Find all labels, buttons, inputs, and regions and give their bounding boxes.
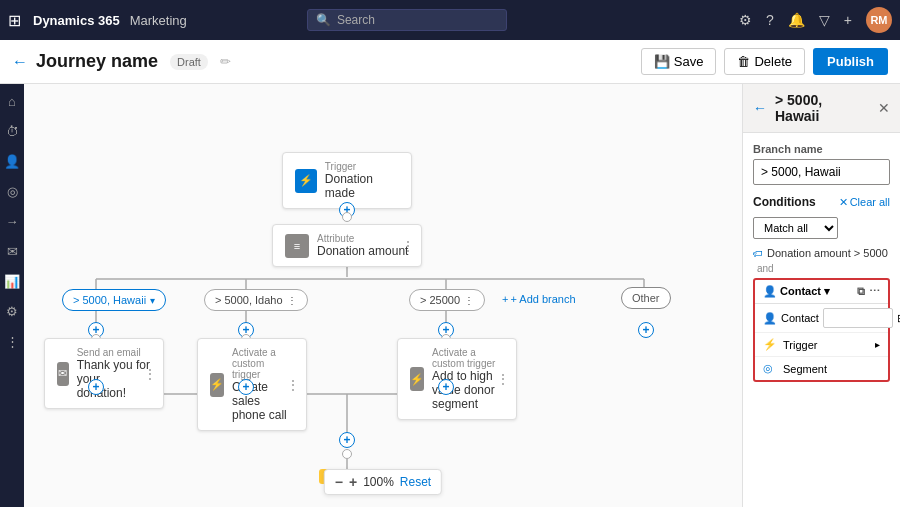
notifications-icon[interactable]: 🔔 bbox=[788, 12, 805, 28]
contact-label: Contact bbox=[780, 285, 821, 297]
clear-all-button[interactable]: ✕ Clear all bbox=[839, 196, 890, 209]
attribute-label: Attribute bbox=[317, 233, 408, 244]
action3-label: Activate a custom trigger bbox=[432, 347, 504, 369]
branch-hawaii[interactable]: > 5000, Hawaii ▾ bbox=[62, 289, 166, 311]
dropdown-header-icons: ⧉ ⋯ bbox=[857, 285, 880, 298]
panel-title: > 5000, Hawaii bbox=[775, 92, 870, 124]
contact-icon: 👤 bbox=[763, 285, 777, 297]
clear-icon: ✕ bbox=[839, 196, 848, 209]
branch-idaho-label: > 5000, Idaho bbox=[215, 294, 283, 306]
plus-exit[interactable]: + bbox=[339, 432, 355, 448]
sidebar-contacts-icon[interactable]: 👤 bbox=[1, 150, 23, 172]
settings-icon[interactable]: ⚙ bbox=[739, 12, 752, 28]
dropdown-segment-item[interactable]: ◎ Segment bbox=[755, 357, 888, 380]
main-canvas: ⚡ Trigger Donation made + ≡ Attribute Do… bbox=[24, 84, 742, 507]
sidebar-more-icon[interactable]: ⋮ bbox=[1, 330, 23, 352]
filter-icon[interactable]: ▽ bbox=[819, 12, 830, 28]
action-email-node[interactable]: ✉ Send an email Thank you for your donat… bbox=[44, 338, 164, 409]
sidebar-settings-icon[interactable]: ⚙ bbox=[1, 300, 23, 322]
delete-icon: 🗑 bbox=[737, 54, 750, 69]
dropdown-trigger-item[interactable]: ⚡ Trigger ▸ bbox=[755, 333, 888, 357]
second-bar: ← Journey name Draft ✏ 💾 Save 🗑 Delete P… bbox=[0, 40, 900, 84]
condition-row: 🏷 Donation amount > 5000 bbox=[753, 247, 890, 259]
action2-more-icon[interactable]: ⋮ bbox=[286, 377, 300, 393]
panel-back-button[interactable]: ← bbox=[753, 100, 767, 116]
branch-other[interactable]: Other bbox=[621, 287, 671, 309]
conditions-label: Conditions bbox=[753, 195, 816, 209]
add-branch-label: + Add branch bbox=[510, 293, 575, 305]
publish-button[interactable]: Publish bbox=[813, 48, 888, 75]
attribute-sublabel: Donation amount bbox=[317, 244, 408, 258]
zoom-in-button[interactable]: + bbox=[349, 474, 357, 490]
dropdown-segment-icon: ◎ bbox=[763, 362, 777, 375]
more-icon[interactable]: ⋯ bbox=[869, 285, 880, 298]
nav-icons: ⚙ ? 🔔 ▽ + RM bbox=[739, 7, 892, 33]
sidebar-home-icon[interactable]: ⌂ bbox=[1, 90, 23, 112]
sidebar-recent-icon[interactable]: ⏱ bbox=[1, 120, 23, 142]
grid-icon[interactable]: ⊞ bbox=[8, 11, 21, 30]
delete-button[interactable]: 🗑 Delete bbox=[724, 48, 805, 75]
edit-title-icon[interactable]: ✏ bbox=[220, 54, 231, 69]
action3-more-icon[interactable]: ⋮ bbox=[496, 371, 510, 387]
copy-icon[interactable]: ⧉ bbox=[857, 285, 865, 298]
search-placeholder: Search bbox=[337, 13, 375, 27]
branch-name-input[interactable] bbox=[753, 159, 890, 185]
and-label: and bbox=[757, 263, 890, 274]
dropdown-header-label: 👤 Contact ▾ bbox=[763, 285, 830, 298]
search-icon: 🔍 bbox=[316, 13, 331, 27]
exit-connector bbox=[342, 449, 352, 459]
trigger-label: Trigger bbox=[325, 161, 399, 172]
dropdown-trigger-label: Trigger bbox=[783, 339, 817, 351]
trigger2-icon: ⚡ bbox=[410, 367, 424, 391]
contact-search-input[interactable] bbox=[823, 308, 893, 328]
help-icon[interactable]: ? bbox=[766, 12, 774, 28]
match-all-select[interactable]: Match all Match any bbox=[753, 217, 838, 239]
zoom-level: 100% bbox=[363, 475, 394, 489]
sidebar-journey-icon[interactable]: → bbox=[1, 210, 23, 232]
add-branch-button[interactable]: + + Add branch bbox=[502, 293, 576, 305]
action1-label: Send an email bbox=[77, 347, 151, 358]
top-nav: ⊞ Dynamics 365 Marketing 🔍 Search ⚙ ? 🔔 … bbox=[0, 0, 900, 40]
dropdown-header: 👤 Contact ▾ ⧉ ⋯ bbox=[755, 280, 888, 304]
contact-search-row: 👤 Contact ⊞ bbox=[755, 304, 888, 333]
plus-bottom-1[interactable]: + bbox=[88, 379, 104, 395]
panel-header: ← > 5000, Hawaii ✕ bbox=[743, 84, 900, 133]
app-name: Dynamics 365 bbox=[33, 13, 120, 28]
module-name: Marketing bbox=[130, 13, 187, 28]
plus-btn-other[interactable]: + bbox=[638, 322, 654, 338]
branch-25000[interactable]: > 25000 ⋮ bbox=[409, 289, 485, 311]
attribute-icon: ≡ bbox=[285, 234, 309, 258]
save-button[interactable]: 💾 Save bbox=[641, 48, 717, 75]
zoom-reset-button[interactable]: Reset bbox=[400, 475, 431, 489]
action2-label: Activate a custom trigger bbox=[232, 347, 294, 380]
branch-idaho[interactable]: > 5000, Idaho ⋮ bbox=[204, 289, 308, 311]
zoom-out-button[interactable]: − bbox=[335, 474, 343, 490]
branch-25000-chevron: ⋮ bbox=[464, 295, 474, 306]
branch-25000-label: > 25000 bbox=[420, 294, 460, 306]
zoom-controls: − + 100% Reset bbox=[324, 469, 442, 495]
action1-more-icon[interactable]: ⋮ bbox=[143, 366, 157, 382]
sidebar-email-icon[interactable]: ✉ bbox=[1, 240, 23, 262]
attribute-node[interactable]: ≡ Attribute Donation amount ⋮ bbox=[272, 224, 422, 267]
attribute-more-icon[interactable]: ⋮ bbox=[401, 238, 415, 254]
sidebar-segment-icon[interactable]: ◎ bbox=[1, 180, 23, 202]
branch-hawaii-label: > 5000, Hawaii bbox=[73, 294, 146, 306]
action1-sublabel: Thank you for your donation! bbox=[77, 358, 151, 400]
action-trigger2-node[interactable]: ⚡ Activate a custom trigger Add to high … bbox=[397, 338, 517, 420]
branch-other-label: Other bbox=[632, 292, 660, 304]
save-icon: 💾 bbox=[654, 54, 670, 69]
plus-bottom-3[interactable]: + bbox=[438, 379, 454, 395]
right-panel: ← > 5000, Hawaii ✕ Branch name Condition… bbox=[742, 84, 900, 507]
trigger-node[interactable]: ⚡ Trigger Donation made bbox=[282, 152, 412, 209]
conditions-header: Conditions ✕ Clear all bbox=[753, 195, 890, 209]
plus-bottom-2[interactable]: + bbox=[238, 379, 254, 395]
delete-label: Delete bbox=[754, 54, 792, 69]
conditions-dropdown: 👤 Contact ▾ ⧉ ⋯ 👤 Contact ⊞ ⚡ Trigger ▸ bbox=[753, 278, 890, 382]
branch-hawaii-chevron: ▾ bbox=[150, 295, 155, 306]
plus-icon[interactable]: + bbox=[844, 12, 852, 28]
sidebar-analytics-icon[interactable]: 📊 bbox=[1, 270, 23, 292]
back-button[interactable]: ← bbox=[12, 53, 28, 71]
search-box[interactable]: 🔍 Search bbox=[307, 9, 507, 31]
panel-close-button[interactable]: ✕ bbox=[878, 100, 890, 116]
avatar[interactable]: RM bbox=[866, 7, 892, 33]
